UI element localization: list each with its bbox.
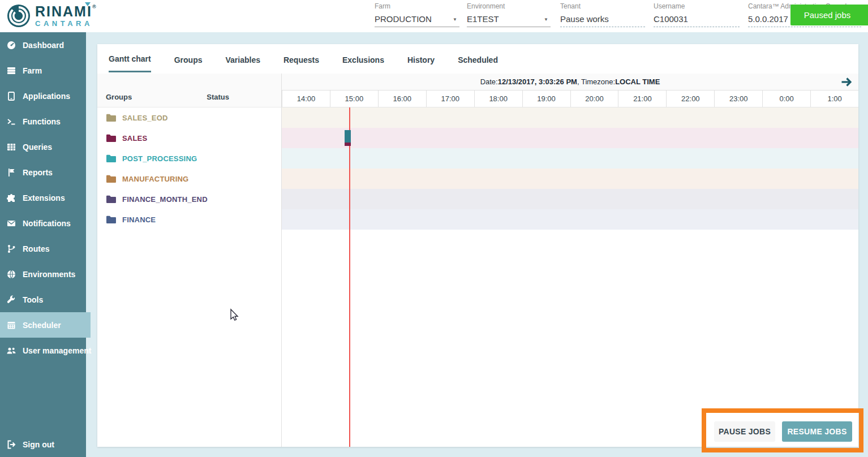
server-icon: [6, 66, 16, 76]
groups-column-header: Groups: [106, 93, 132, 101]
top-header: RINAMI® CANTARA Farm PRODUCTION ▼ Enviro…: [0, 0, 868, 32]
tab-history[interactable]: History: [407, 46, 435, 72]
sidebar-item-extensions[interactable]: Extensions: [0, 185, 86, 210]
tab-exclusions[interactable]: Exclusions: [342, 46, 384, 72]
tab-scheduled[interactable]: Scheduled: [458, 46, 498, 72]
gantt-row[interactable]: [282, 148, 858, 169]
flag-icon: [6, 167, 16, 178]
gantt-rows: [282, 107, 858, 230]
sidebar-item-routes[interactable]: Routes: [0, 236, 86, 261]
sidebar-item-farm[interactable]: Farm: [0, 58, 86, 83]
paused-jobs-toast[interactable]: Paused jobs: [790, 5, 868, 25]
scheduler-panel: Gantt chart Groups Variables Requests Ex…: [97, 44, 858, 447]
resume-jobs-button[interactable]: RESUME JOBS: [782, 421, 852, 442]
timezone-value: LOCAL TIME: [615, 77, 660, 86]
sign-out-button[interactable]: Sign out: [0, 432, 86, 457]
folder-icon: [106, 174, 117, 183]
farm-field[interactable]: Farm PRODUCTION ▼: [375, 2, 459, 29]
time-cell: 21:00: [618, 90, 666, 107]
time-header-row: 14:00 15:00 16:00 17:00 18:00 19:00 20:0…: [282, 90, 858, 107]
group-row-finance-month-end[interactable]: FINANCE_MONTH_END: [97, 189, 281, 209]
sidebar-item-label: Notifications: [23, 219, 71, 228]
sidebar-item-notifications[interactable]: Notifications: [0, 210, 86, 236]
branch-icon: [6, 244, 16, 254]
tenant-value[interactable]: Pause works: [560, 14, 645, 27]
farm-select[interactable]: PRODUCTION ▼: [375, 14, 459, 27]
group-label: FINANCE: [122, 215, 156, 224]
tab-gantt-chart[interactable]: Gantt chart: [109, 45, 151, 72]
sidebar-item-label: User management: [23, 346, 91, 355]
group-row-manufacturing[interactable]: MANUFACTURING: [97, 169, 281, 189]
terminal-icon: [6, 117, 16, 127]
group-row-sales[interactable]: SALES: [97, 128, 281, 148]
tab-requests[interactable]: Requests: [283, 46, 319, 72]
registered-mark: ®: [92, 4, 97, 10]
sidebar-item-label: Environments: [23, 270, 75, 279]
folder-icon: [106, 215, 117, 224]
group-label: FINANCE_MONTH_END: [122, 195, 208, 204]
environment-field[interactable]: Environment E1TEST ▼: [467, 2, 551, 29]
scroll-forward-arrow-icon[interactable]: [840, 76, 853, 88]
pause-jobs-button[interactable]: PAUSE JOBS: [714, 421, 775, 442]
sidebar-item-applications[interactable]: Applications: [0, 83, 86, 109]
tenant-field[interactable]: Tenant Pause works: [560, 2, 645, 29]
sidebar-item-reports[interactable]: Reports: [0, 159, 86, 185]
gantt-pane: Date:12/13/2017, 3:03:26 PM, Timezone:LO…: [282, 74, 858, 447]
sidebar-item-tools[interactable]: Tools: [0, 287, 86, 312]
sidebar: Dashboard Farm Applications Functions Qu…: [0, 32, 86, 457]
folder-icon: [106, 133, 117, 143]
time-cell: 15:00: [330, 90, 378, 107]
chevron-down-icon: ▼: [453, 17, 457, 22]
folder-icon: [106, 154, 117, 163]
users-icon: [6, 346, 16, 356]
sidebar-item-user-management[interactable]: User management: [0, 338, 86, 363]
sidebar-item-label: Scheduler: [23, 321, 61, 330]
sidebar-item-label: Functions: [23, 117, 61, 126]
tab-groups[interactable]: Groups: [174, 46, 203, 72]
sign-out-icon: [6, 439, 16, 450]
time-cell: 14:00: [282, 90, 330, 107]
groups-pane: Groups Status SALES_EOD SALES POST_PROCE…: [97, 74, 282, 447]
globe-icon: [6, 269, 16, 279]
gantt-row[interactable]: [282, 169, 858, 189]
dashboard-icon: [6, 40, 16, 50]
username-field[interactable]: Username C100031: [654, 2, 740, 29]
date-value: 12/13/2017, 3:03:26 PM: [498, 77, 577, 86]
gantt-date-bar: Date:12/13/2017, 3:03:26 PM, Timezone:LO…: [282, 74, 858, 90]
time-cell: 1:00: [810, 90, 858, 107]
sidebar-item-label: Routes: [23, 244, 49, 253]
tab-variables[interactable]: Variables: [225, 46, 260, 72]
date-label: Date:: [480, 77, 498, 86]
time-cell: 0:00: [762, 90, 810, 107]
username-value[interactable]: C100031: [654, 14, 740, 27]
group-label: SALES: [122, 134, 147, 143]
group-row-sales-eod[interactable]: SALES_EOD: [97, 107, 281, 128]
sidebar-item-scheduler[interactable]: Scheduler: [0, 312, 91, 338]
group-row-finance[interactable]: FINANCE: [97, 209, 281, 230]
sidebar-item-functions[interactable]: Functions: [0, 109, 86, 134]
group-label: POST_PROCESSING: [122, 154, 197, 163]
logo-subtitle: CANTARA: [35, 20, 97, 27]
folder-icon: [106, 113, 117, 122]
farm-label: Farm: [375, 2, 459, 10]
gantt-row[interactable]: [282, 189, 858, 209]
gantt-row[interactable]: [282, 128, 858, 148]
time-cell: 20:00: [570, 90, 618, 107]
gantt-row[interactable]: [282, 209, 858, 230]
sidebar-item-label: Farm: [23, 66, 42, 75]
group-label: MANUFACTURING: [122, 175, 188, 183]
time-cell: 18:00: [474, 90, 522, 107]
sales-job-marker[interactable]: [345, 130, 351, 146]
group-row-post-processing[interactable]: POST_PROCESSING: [97, 148, 281, 169]
sidebar-item-label: Extensions: [23, 193, 65, 202]
sidebar-item-dashboard[interactable]: Dashboard: [0, 32, 86, 58]
gantt-content: Groups Status SALES_EOD SALES POST_PROCE…: [97, 74, 858, 447]
sidebar-item-environments[interactable]: Environments: [0, 261, 86, 287]
time-cell: 17:00: [426, 90, 474, 107]
gantt-row[interactable]: [282, 107, 858, 128]
groups-header: Groups Status: [97, 74, 281, 107]
app-logo: RINAMI® CANTARA: [6, 3, 97, 29]
environment-select[interactable]: E1TEST ▼: [467, 14, 551, 27]
sidebar-item-queries[interactable]: Queries: [0, 134, 86, 159]
sidebar-item-label: Tools: [23, 295, 43, 304]
